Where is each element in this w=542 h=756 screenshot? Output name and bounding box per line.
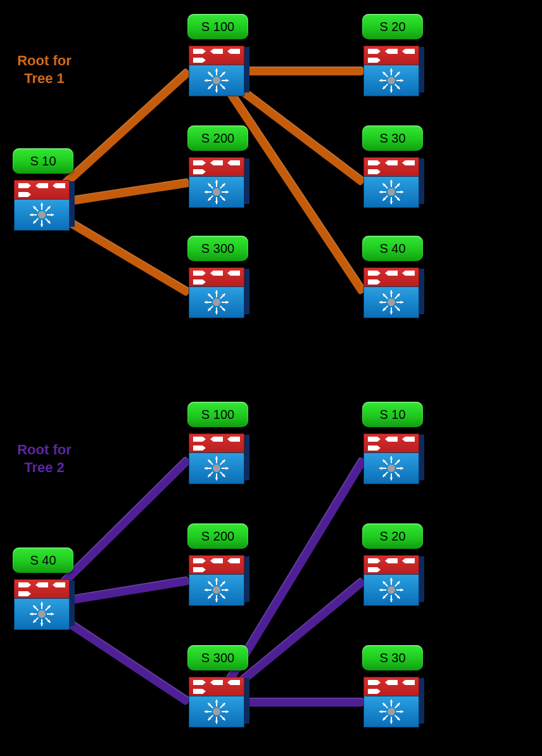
svg-point-34 bbox=[213, 188, 220, 196]
switch-label-s200: S 200 bbox=[187, 125, 248, 151]
svg-marker-121 bbox=[51, 613, 54, 616]
switch-icon-s20 bbox=[363, 46, 424, 96]
svg-marker-108 bbox=[390, 312, 393, 314]
switch-icon-s30 bbox=[363, 157, 424, 208]
svg-marker-235 bbox=[390, 700, 393, 702]
svg-marker-163 bbox=[205, 589, 207, 592]
svg-marker-150 bbox=[215, 456, 218, 459]
svg-marker-189 bbox=[401, 467, 403, 470]
switch-label-s30: S 30 bbox=[362, 645, 423, 670]
switch-label-s300: S 300 bbox=[187, 645, 248, 670]
switch-icon-s200 bbox=[189, 157, 249, 208]
switch-label-s200: S 200 bbox=[187, 523, 248, 549]
svg-marker-44 bbox=[205, 191, 207, 194]
svg-marker-214 bbox=[379, 589, 382, 592]
svg-point-102 bbox=[388, 298, 395, 306]
switch-icon-s300 bbox=[189, 677, 249, 727]
svg-marker-99 bbox=[390, 180, 393, 183]
svg-marker-176 bbox=[215, 721, 218, 724]
svg-marker-2 bbox=[51, 214, 54, 217]
svg-marker-10 bbox=[30, 214, 32, 217]
switch-icon-s300 bbox=[189, 267, 249, 318]
svg-marker-91 bbox=[390, 202, 393, 204]
svg-marker-70 bbox=[401, 79, 403, 82]
svg-marker-155 bbox=[226, 589, 229, 592]
svg-marker-14 bbox=[41, 203, 44, 205]
svg-marker-82 bbox=[390, 68, 393, 71]
svg-marker-65 bbox=[215, 290, 218, 293]
svg-point-17 bbox=[213, 77, 220, 84]
svg-point-136 bbox=[213, 464, 220, 472]
switch-icon-s100 bbox=[189, 46, 249, 96]
svg-point-51 bbox=[213, 298, 220, 306]
svg-marker-227 bbox=[390, 721, 393, 724]
switch-label-s40: S 40 bbox=[362, 236, 423, 261]
svg-point-0 bbox=[38, 211, 46, 219]
switch-icon-s10 bbox=[14, 180, 75, 231]
svg-point-221 bbox=[388, 708, 395, 715]
svg-marker-61 bbox=[205, 301, 207, 304]
svg-marker-142 bbox=[215, 478, 218, 480]
svg-point-119 bbox=[38, 610, 46, 618]
svg-marker-116 bbox=[390, 290, 393, 293]
switch-icon-s40 bbox=[14, 579, 75, 630]
svg-marker-53 bbox=[226, 301, 229, 304]
svg-marker-48 bbox=[215, 180, 218, 183]
switch-icon-s100 bbox=[189, 433, 249, 484]
svg-point-85 bbox=[388, 188, 395, 196]
svg-marker-223 bbox=[401, 710, 403, 714]
root-label-tree1: Root forTree 1 bbox=[0, 52, 89, 87]
svg-point-170 bbox=[213, 708, 220, 715]
svg-marker-57 bbox=[215, 312, 218, 314]
svg-marker-201 bbox=[390, 456, 393, 459]
switch-label-s100: S 100 bbox=[187, 402, 248, 427]
svg-point-187 bbox=[388, 464, 395, 472]
switch-icon-s30 bbox=[363, 677, 424, 727]
svg-marker-167 bbox=[215, 578, 218, 580]
svg-marker-31 bbox=[215, 68, 218, 71]
svg-marker-87 bbox=[401, 191, 403, 194]
svg-marker-138 bbox=[226, 467, 229, 470]
switch-label-s40: S 40 bbox=[13, 548, 73, 573]
switch-icon-s20 bbox=[363, 555, 424, 606]
svg-point-153 bbox=[213, 586, 220, 594]
switch-label-s10: S 10 bbox=[13, 148, 73, 174]
svg-marker-104 bbox=[401, 301, 403, 304]
svg-marker-95 bbox=[379, 191, 382, 194]
switch-label-s20: S 20 bbox=[362, 523, 423, 549]
switch-icon-s40 bbox=[363, 267, 424, 318]
svg-marker-180 bbox=[205, 710, 207, 714]
switch-icon-s200 bbox=[189, 555, 249, 606]
svg-point-68 bbox=[388, 77, 395, 84]
svg-marker-210 bbox=[390, 599, 393, 602]
svg-marker-159 bbox=[215, 599, 218, 602]
root-label-tree2: Root forTree 2 bbox=[0, 441, 89, 476]
svg-marker-23 bbox=[215, 90, 218, 93]
svg-marker-112 bbox=[379, 301, 382, 304]
svg-point-204 bbox=[388, 586, 395, 594]
svg-marker-206 bbox=[401, 589, 403, 592]
svg-marker-172 bbox=[226, 710, 229, 714]
svg-marker-184 bbox=[215, 700, 218, 702]
switch-label-s100: S 100 bbox=[187, 14, 248, 39]
switch-label-s20: S 20 bbox=[362, 14, 423, 39]
svg-marker-36 bbox=[226, 191, 229, 194]
svg-marker-27 bbox=[205, 79, 207, 82]
svg-marker-78 bbox=[379, 79, 382, 82]
svg-marker-74 bbox=[390, 90, 393, 93]
svg-marker-231 bbox=[379, 710, 382, 714]
svg-marker-19 bbox=[226, 79, 229, 82]
svg-marker-146 bbox=[205, 467, 207, 470]
svg-marker-125 bbox=[41, 624, 44, 626]
svg-marker-197 bbox=[379, 467, 382, 470]
svg-marker-133 bbox=[41, 602, 44, 605]
svg-marker-193 bbox=[390, 478, 393, 480]
svg-marker-129 bbox=[30, 613, 32, 616]
switch-label-s30: S 30 bbox=[362, 125, 423, 151]
svg-marker-40 bbox=[215, 202, 218, 204]
switch-label-s300: S 300 bbox=[187, 236, 248, 261]
svg-marker-218 bbox=[390, 578, 393, 580]
svg-marker-6 bbox=[41, 224, 44, 227]
switch-label-s10: S 10 bbox=[362, 402, 423, 427]
switch-icon-s10 bbox=[363, 433, 424, 484]
